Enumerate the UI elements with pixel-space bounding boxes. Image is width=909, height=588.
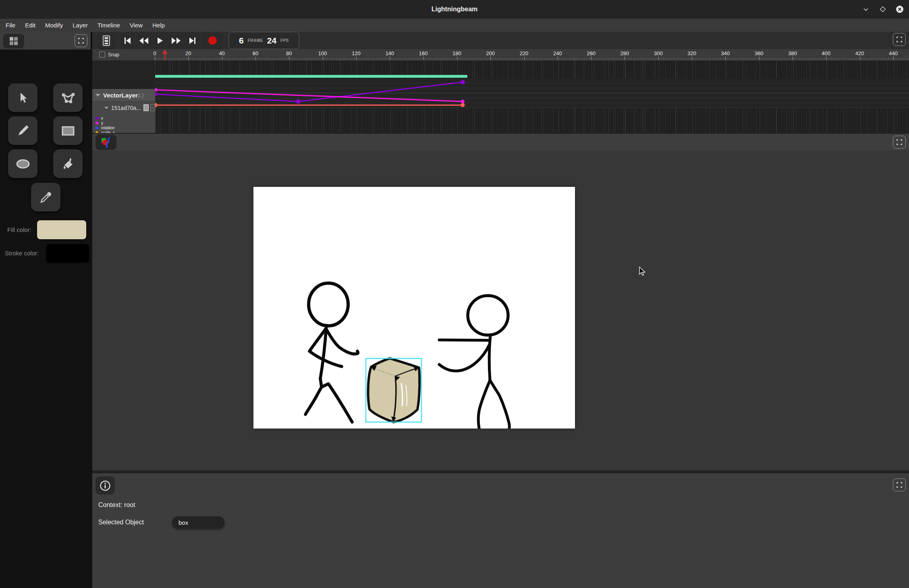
paint-bucket-icon: [61, 157, 75, 171]
ruler-tick: [658, 57, 659, 60]
property-name: x: [101, 116, 103, 120]
ruler-tick: [860, 57, 860, 60]
info-icon: [100, 480, 111, 491]
ruler-tick: [188, 57, 189, 60]
menu-item-view[interactable]: View: [130, 22, 143, 29]
menu-item-timeline[interactable]: Timeline: [98, 22, 120, 29]
ruler-scale: 0204060801001201401601802002202402602803…: [155, 49, 909, 60]
artboard[interactable]: [253, 187, 575, 429]
ruler-tick: [457, 57, 457, 60]
menu-item-edit[interactable]: Edit: [25, 22, 35, 29]
expand-panel-icon[interactable]: [75, 34, 87, 47]
grid-view-button[interactable]: [3, 34, 24, 48]
timeline-tracks[interactable]: VectorLayer[L] 151ad70a... ~ xyrotations…: [92, 60, 909, 133]
fast-forward-button[interactable]: [168, 32, 184, 49]
minimize-icon[interactable]: [861, 4, 871, 14]
selected-object-input[interactable]: box: [172, 516, 224, 528]
vector-graphics-icon: [100, 136, 112, 148]
ruler-tick: [625, 57, 625, 60]
keyframe-curves[interactable]: [155, 60, 909, 133]
stage-drawing: [253, 187, 575, 429]
stick-figure-right[interactable]: [439, 296, 509, 428]
menu-item-help[interactable]: Help: [152, 22, 165, 29]
ruler-label-240: 240: [553, 50, 562, 56]
window-title: Lightningbeam: [0, 0, 909, 18]
rectangle-tool-button[interactable]: [53, 116, 83, 145]
skip-to-end-button[interactable]: [185, 32, 200, 49]
ruler-tick: [323, 57, 323, 60]
ruler-tick: [558, 57, 558, 60]
skip-to-start-button[interactable]: [120, 32, 135, 49]
playhead[interactable]: [162, 50, 168, 60]
keyframe-y[interactable]: [155, 88, 158, 92]
ruler-label-60: 60: [253, 50, 258, 56]
keyframe-x[interactable]: [461, 80, 465, 85]
canvas-header: [92, 134, 909, 151]
stick-figure-left[interactable]: [305, 283, 358, 422]
context-line: Context: root: [98, 501, 135, 509]
property-row-y[interactable]: y: [95, 120, 126, 125]
box-object[interactable]: [366, 358, 421, 422]
selected-object-label: Selected Object: [98, 519, 144, 526]
ruler-label-20: 20: [185, 50, 191, 56]
eyedropper-tool-button[interactable]: [31, 183, 60, 211]
keyframe-y[interactable]: [461, 100, 465, 104]
transform-tool-button[interactable]: [53, 83, 83, 112]
property-name: y: [101, 121, 103, 125]
layer-duration-bar[interactable]: [155, 75, 467, 78]
film-strip-icon: [103, 35, 110, 46]
layer-tilde-toggle[interactable]: ~: [150, 104, 155, 111]
collapse-triangle-icon[interactable]: [104, 107, 108, 109]
ruler-label-140: 140: [385, 50, 394, 56]
select-tool-button[interactable]: [8, 83, 37, 112]
vector-mode-button[interactable]: [95, 135, 116, 150]
ruler-tick: [423, 57, 424, 60]
property-row-rotation[interactable]: rotation: [95, 125, 126, 130]
stroke-color-swatch[interactable]: [46, 244, 89, 263]
layer-row-vectorlayer[interactable]: VectorLayer[L]: [92, 89, 155, 101]
timeline-panel: 6 FRAME 24 FPS Snap 02040608010012014016…: [92, 32, 909, 133]
property-row-x[interactable]: x: [95, 116, 126, 120]
selected-object-row: Selected Object box: [98, 516, 224, 528]
menu-item-modify[interactable]: Modify: [45, 22, 63, 29]
fps-value: 24: [267, 36, 276, 46]
menu-item-layer[interactable]: Layer: [73, 22, 88, 29]
expand-inspector-icon[interactable]: [893, 478, 906, 491]
ruler-label-160: 160: [419, 50, 428, 56]
ruler-label-200: 200: [486, 50, 495, 56]
ruler-label-120: 120: [352, 50, 361, 56]
record-button[interactable]: [204, 32, 221, 49]
info-button[interactable]: [95, 476, 115, 495]
ruler-tick: [591, 57, 591, 60]
layer-row-sublayer[interactable]: 151ad70a... ~: [92, 101, 155, 114]
keyframe-frameNumber[interactable]: [155, 103, 158, 107]
ruler-label-440: 440: [889, 50, 898, 56]
layer-visibility-toggle[interactable]: [143, 104, 149, 111]
collapse-triangle-icon[interactable]: [95, 94, 100, 97]
timeline-ruler[interactable]: Snap 02040608010012014016018020022024026…: [92, 49, 909, 60]
selected-object-value: box: [178, 519, 188, 526]
film-button[interactable]: [99, 33, 114, 48]
rewind-button[interactable]: [136, 32, 152, 49]
close-icon[interactable]: [894, 4, 905, 14]
app-window: Lightningbeam FileEditModifyLayerTimelin…: [0, 0, 909, 588]
keyframe-x[interactable]: [155, 93, 157, 96]
expand-timeline-icon[interactable]: [893, 33, 906, 46]
maximize-icon[interactable]: [878, 4, 888, 14]
fill-color-swatch[interactable]: [37, 220, 86, 239]
ruler-tick: [692, 57, 692, 60]
ellipse-tool-button[interactable]: [8, 149, 37, 178]
play-button[interactable]: [152, 32, 168, 49]
ruler-tick: [222, 57, 222, 60]
menu-item-file[interactable]: File: [6, 22, 15, 29]
ruler-label-40: 40: [219, 50, 224, 56]
ruler-label-400: 400: [822, 50, 831, 56]
paint-bucket-tool-button[interactable]: [53, 149, 83, 178]
snap-control: Snap: [99, 52, 119, 58]
keyframe-frameNumber[interactable]: [461, 103, 465, 107]
keyframe-x[interactable]: [296, 99, 301, 104]
ruler-label-280: 280: [621, 50, 629, 56]
pencil-tool-button[interactable]: [8, 116, 37, 145]
expand-canvas-icon[interactable]: [893, 136, 906, 149]
snap-checkbox[interactable]: [99, 52, 105, 58]
